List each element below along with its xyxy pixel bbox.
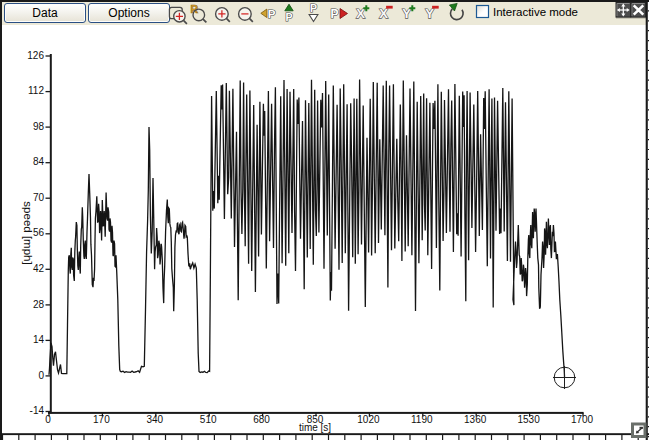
svg-text:0: 0: [38, 370, 44, 381]
svg-text:340: 340: [146, 414, 163, 425]
svg-text:126: 126: [27, 50, 44, 61]
svg-text:170: 170: [93, 414, 110, 425]
svg-text:1530: 1530: [517, 414, 540, 425]
svg-text:Interactive mode: Interactive mode: [493, 6, 578, 18]
svg-text:28: 28: [33, 299, 45, 310]
svg-text:P: P: [268, 8, 276, 20]
svg-text:1020: 1020: [357, 414, 380, 425]
svg-text:1700: 1700: [571, 414, 594, 425]
svg-text:speed [mph]: speed [mph]: [22, 201, 34, 264]
svg-text:680: 680: [253, 414, 270, 425]
svg-text:98: 98: [33, 121, 45, 132]
svg-text:84: 84: [33, 156, 45, 167]
svg-text:1360: 1360: [464, 414, 487, 425]
svg-text:P: P: [310, 2, 317, 14]
svg-text:P: P: [330, 7, 338, 21]
svg-text:14: 14: [33, 334, 45, 345]
svg-text:P: P: [285, 11, 292, 23]
svg-text:0: 0: [45, 414, 51, 425]
svg-text:1190: 1190: [411, 414, 433, 425]
svg-text:112: 112: [28, 85, 44, 96]
svg-text:510: 510: [200, 414, 217, 425]
svg-text:-14: -14: [30, 405, 45, 416]
svg-text:time [s]: time [s]: [299, 422, 331, 433]
